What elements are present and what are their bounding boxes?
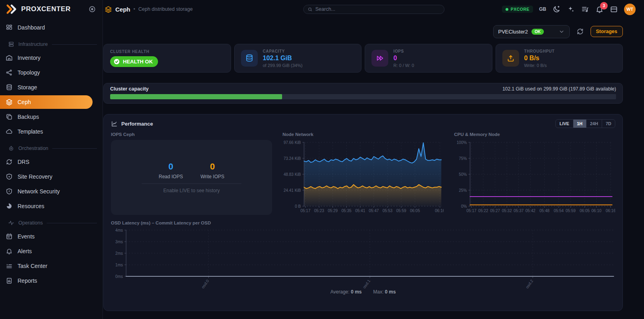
network-security-icon [6,188,13,195]
svg-text:05:35: 05:35 [342,209,352,213]
osd-latency-chart: 4ms3ms2ms1ms0msosd.0osd.1osd.2 [111,228,615,288]
page-title: Ceph [115,6,130,13]
stat-label: CLUSTER HEALTH [110,49,158,54]
stat-label: IOPS [393,49,414,53]
search-input[interactable] [315,6,440,12]
max-value: 0 ms [385,289,396,295]
sidebar-item-dashboard[interactable]: Dashboard [0,21,103,34]
sidebar-item-events[interactable]: Events [0,230,103,243]
sidebar-item-label: Site Recovery [18,173,52,180]
refresh-button[interactable] [576,28,584,35]
cluster-selector[interactable]: PVECluster2 OK [493,25,570,38]
range-button-1h[interactable]: 1H [573,120,586,128]
check-circle-icon [113,58,120,65]
capacity-progress-fill [110,94,282,99]
svg-text:0ms: 0ms [115,274,123,279]
sidebar-section-label: Infrastructure [18,41,48,47]
stat-subtext: R: 0 / W: 0 [393,63,414,68]
sidebar-item-label: Backups [18,114,39,120]
stat-card-cluster-health: CLUSTER HEALTHHEALTH OK [103,44,231,73]
write-iops-stat: 0 Write IOPS [200,161,224,179]
breadcrumb: Ceph • Ceph distributed storage [105,6,193,13]
sidebar-item-storage[interactable]: Storage [0,81,103,94]
cluster-status-badge: OK [531,29,544,35]
app-title: PROXCENTER [21,5,71,13]
stat-subtext: Write: 0 B/s [524,63,555,68]
assistant-button[interactable] [567,5,575,14]
layout-button[interactable] [610,5,618,14]
site-recovery-icon [6,173,13,180]
sidebar-item-reports[interactable]: Reports [0,274,103,287]
cluster-toolbar: PVECluster2 OK Storages [103,25,623,38]
performance-title: Performance [121,121,153,127]
activity-log-button[interactable] [581,5,589,14]
sidebar-item-ceph[interactable]: Ceph [0,95,93,109]
templates-icon [6,128,13,135]
sidebar-section-label: Orchestration [18,146,48,151]
range-button-24h[interactable]: 24H [586,120,602,128]
sidebar-item-topology[interactable]: Topology [0,66,103,79]
stat-icon-tile [371,50,388,67]
range-button-7d[interactable]: 7D [602,120,615,128]
operations-icon [8,220,14,226]
max-label: Max: [373,289,383,295]
svg-text:05:41: 05:41 [355,209,365,213]
sidebar-section-label: Operations [18,220,43,226]
svg-text:97.66 KiB: 97.66 KiB [284,140,301,145]
sidebar-item-inventory[interactable]: Inventory [0,51,103,65]
locale-toggle[interactable]: GB [539,6,546,12]
sidebar-section-orchestration: Orchestration [0,140,103,154]
inventory-icon [6,54,13,61]
main-content: Ceph • Ceph distributed storage PXCORE G… [103,0,644,319]
sidebar-item-task-center[interactable]: Task Center [0,259,103,273]
pxcore-status-dot [506,8,508,11]
svg-text:05:27: 05:27 [490,209,500,213]
storages-button[interactable]: Storages [591,26,623,37]
search-bar[interactable] [303,5,444,14]
capacity-row: Cluster capacity 102.1 GiB used on 299.9… [110,86,616,92]
iops-hint: Enable LIVE to see history [163,188,219,193]
osd-latency-title: OSD Latency (ms) – Commit Latency per OS… [111,221,615,225]
read-iops-value: 0 [159,161,183,172]
performance-header: Performance LIVE1H24H7D [111,119,615,128]
user-avatar[interactable]: WT [624,4,636,15]
cluster-capacity-panel: Cluster capacity 102.1 GiB used on 299.9… [103,83,623,104]
task-center-icon [6,262,13,270]
iops-values: 0 Read IOPS 0 Write IOPS [159,161,225,179]
svg-text:25%: 25% [459,188,467,193]
range-button-live[interactable]: LIVE [556,120,573,128]
pxcore-badge: PXCORE [502,6,533,13]
upload-icon [506,54,515,63]
read-iops-stat: 0 Read IOPS [159,161,183,179]
sidebar-item-label: Task Center [18,263,47,269]
sidebar-item-site-recovery[interactable]: Site Recovery [0,170,103,183]
average-label: Average: [330,289,350,295]
sidebar-item-templates[interactable]: Templates [0,125,103,138]
sidebar-item-label: Alerts [18,248,32,254]
reports-icon [6,277,13,284]
svg-text:05:47: 05:47 [369,209,379,213]
divider [142,183,241,184]
sidebar-item-label: Events [18,233,35,240]
capacity-label: Cluster capacity [110,86,149,92]
sidebar-item-drs[interactable]: DRS [0,155,103,169]
sidebar-item-alerts[interactable]: Alerts [0,244,103,258]
cluster-name: PVECluster2 [498,29,528,35]
sidebar-item-resources[interactable]: Resources [0,199,103,213]
stat-icon-tile [502,50,519,67]
sidebar-item-backups[interactable]: Backups [0,110,103,124]
svg-text:06:16: 06:16 [606,209,615,213]
chart-line-icon [111,120,118,127]
topbar: Ceph • Ceph distributed storage PXCORE G… [103,0,644,18]
svg-text:osd.2: osd.2 [525,279,534,288]
sidebar-item-network-security[interactable]: Network Security [0,185,103,198]
time-range-switcher: LIVE1H24H7D [555,119,615,128]
proxcenter-logo-icon [6,4,18,14]
notifications-button[interactable]: 3 [595,5,604,14]
svg-text:50%: 50% [459,172,467,177]
sidebar-section-infrastructure: Infrastructure [0,35,103,50]
theme-toggle-button[interactable] [552,5,561,14]
capacity-detail: 102.1 GiB used on 299.99 GiB (197.89 GiB… [502,86,616,92]
sidebar-collapse-icon[interactable] [88,5,96,13]
alerts-icon [6,248,13,255]
